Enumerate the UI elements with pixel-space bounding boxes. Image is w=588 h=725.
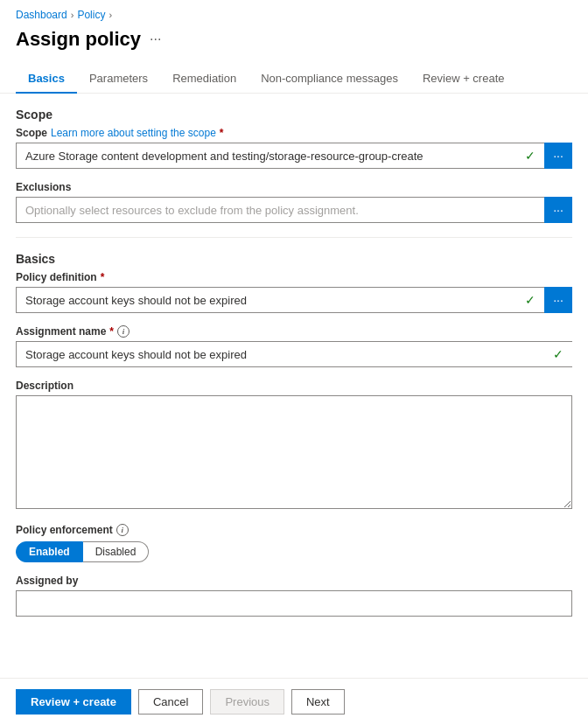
tab-remediation[interactable]: Remediation: [160, 65, 248, 94]
assigned-by-label: Assigned by: [16, 575, 572, 587]
breadcrumb-dashboard[interactable]: Dashboard: [16, 9, 67, 21]
exclusions-label: Exclusions: [16, 181, 572, 193]
policy-enforcement-toggle: Enabled Disabled: [16, 541, 572, 562]
policy-enforcement-disabled-button[interactable]: Disabled: [83, 541, 150, 562]
footer: Review + create Cancel Previous Next: [0, 678, 588, 725]
policy-definition-input-row: Storage account keys should not be expir…: [16, 287, 572, 313]
breadcrumb-policy[interactable]: Policy: [77, 9, 105, 21]
breadcrumb: Dashboard › Policy ›: [0, 0, 588, 24]
cancel-button[interactable]: Cancel: [138, 689, 203, 715]
policy-definition-field-group: Policy definition * Storage account keys…: [16, 271, 572, 313]
assignment-name-label: Assignment name * i: [16, 325, 572, 338]
exclusions-input-row: Optionally select resources to exclude f…: [16, 197, 572, 223]
assigned-by-field-group: Assigned by: [16, 575, 572, 617]
scope-input[interactable]: Azure Storage content development and te…: [16, 143, 544, 169]
scope-required: *: [220, 127, 224, 139]
assigned-by-input[interactable]: [16, 590, 572, 617]
description-textarea[interactable]: [16, 395, 572, 509]
assignment-name-info-icon: i: [117, 325, 130, 338]
tab-non-compliance-messages[interactable]: Non-compliance messages: [248, 65, 410, 94]
page-title: Assign policy: [16, 28, 141, 51]
scope-section-title: Scope: [16, 108, 572, 122]
policy-enforcement-enabled-button[interactable]: Enabled: [16, 541, 83, 562]
tab-bar: Basics Parameters Remediation Non-compli…: [0, 65, 588, 94]
policy-enforcement-info-icon: i: [116, 524, 129, 536]
basics-section-title: Basics: [16, 252, 572, 266]
scope-check-icon: ✓: [525, 149, 536, 163]
policy-enforcement-field-group: Policy enforcement i Enabled Disabled: [16, 524, 572, 562]
assignment-name-input-row: Storage account keys should not be expir…: [16, 341, 572, 367]
next-button[interactable]: Next: [291, 689, 345, 715]
scope-label: Scope Learn more about setting the scope…: [16, 127, 572, 139]
assignment-name-field-group: Assignment name * i Storage account keys…: [16, 325, 572, 367]
policy-enforcement-label: Policy enforcement i: [16, 524, 572, 536]
breadcrumb-sep-2: ›: [108, 10, 112, 20]
exclusions-input[interactable]: Optionally select resources to exclude f…: [16, 197, 544, 223]
scope-browse-button[interactable]: ···: [544, 143, 572, 169]
policy-definition-input[interactable]: Storage account keys should not be expir…: [16, 287, 544, 313]
assignment-name-required: *: [109, 325, 114, 338]
previous-button: Previous: [210, 689, 284, 715]
breadcrumb-sep-1: ›: [71, 10, 74, 20]
policy-def-required: *: [101, 271, 105, 283]
review-create-button[interactable]: Review + create: [16, 689, 131, 715]
divider-1: [16, 237, 572, 238]
scope-input-row: Azure Storage content development and te…: [16, 143, 572, 169]
more-options-icon[interactable]: ···: [150, 31, 161, 47]
scope-field-group: Scope Learn more about setting the scope…: [16, 127, 572, 169]
policy-definition-label: Policy definition *: [16, 271, 572, 283]
assignment-name-check-icon: ✓: [553, 347, 564, 361]
policy-def-check-icon: ✓: [525, 293, 536, 307]
exclusions-field-group: Exclusions Optionally select resources t…: [16, 181, 572, 223]
exclusions-browse-button[interactable]: ···: [544, 197, 572, 223]
tab-basics[interactable]: Basics: [16, 65, 77, 94]
tab-review-create[interactable]: Review + create: [410, 65, 517, 94]
tab-parameters[interactable]: Parameters: [77, 65, 160, 94]
description-label: Description: [16, 380, 572, 392]
policy-definition-browse-button[interactable]: ···: [544, 287, 572, 313]
description-field-group: Description: [16, 380, 572, 512]
scope-learn-more-link[interactable]: Learn more about setting the scope: [51, 127, 216, 139]
main-content: Scope Scope Learn more about setting the…: [0, 94, 588, 665]
page-header: Assign policy ···: [0, 24, 588, 65]
assignment-name-input[interactable]: Storage account keys should not be expir…: [16, 341, 572, 367]
